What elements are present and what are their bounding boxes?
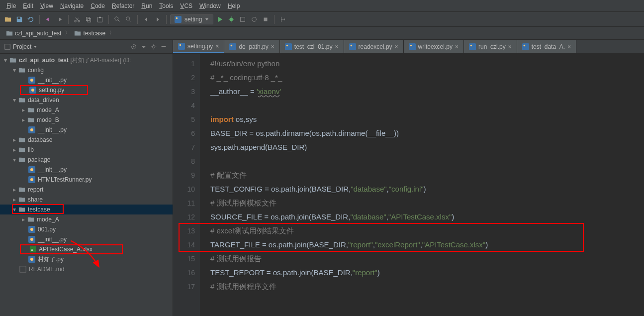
tree-file-init[interactable]: __init__.py (0, 75, 173, 85)
tab-setting-py[interactable]: setting.py× (173, 40, 224, 53)
menu-view[interactable]: View (37, 1, 57, 10)
line-number[interactable]: 11 (176, 196, 195, 210)
line-number[interactable]: 15 (176, 252, 195, 266)
project-tree[interactable]: ▾czl_api_auto_test [村知了API-master] (D: ▾… (0, 54, 173, 276)
line-number[interactable]: 1 (176, 57, 195, 71)
tree-file-cunzhile[interactable]: 村知了.py (0, 254, 173, 264)
tree-file-runner[interactable]: HTMLTestRunner.py (0, 175, 173, 185)
profile-icon[interactable] (249, 14, 259, 24)
tree-folder-config[interactable]: ▾config (0, 65, 173, 75)
tree-root[interactable]: ▾czl_api_auto_test [村知了API-master] (D: (0, 55, 173, 65)
tree-file-init[interactable]: __init__.py (0, 125, 173, 135)
collapse-icon[interactable] (139, 42, 149, 52)
menu-window[interactable]: Window (196, 1, 224, 10)
tree-file-readme[interactable]: README.md (0, 264, 173, 274)
menu-refactor[interactable]: Refactor (108, 1, 138, 10)
tree-file-xlsx[interactable]: xAPITestCase_A.xlsx (20, 244, 123, 254)
vcs-icon[interactable] (278, 14, 288, 24)
tree-file-init[interactable]: __init__.py (0, 165, 173, 175)
tab-readexcel-py[interactable]: readexcel.py× (344, 40, 404, 53)
svg-point-11 (230, 17, 233, 21)
menu-tools[interactable]: Tools (156, 1, 177, 10)
coverage-icon[interactable] (238, 14, 248, 24)
tab-do_path-py[interactable]: do_path.py× (224, 40, 279, 53)
tree-folder-mode-b[interactable]: ▸mode_B (0, 115, 173, 125)
menubar: FileEditViewNavigateCodeRefactorRunTools… (0, 0, 644, 12)
close-icon[interactable]: × (335, 43, 339, 50)
line-number[interactable]: 4 (176, 99, 195, 112)
run-icon[interactable] (215, 14, 225, 24)
autoscroll-icon[interactable] (129, 42, 139, 52)
find-icon[interactable] (112, 14, 122, 24)
undo-icon[interactable] (43, 14, 53, 24)
tree-file-001[interactable]: 001.py (0, 224, 173, 234)
tree-folder-testcase[interactable]: ▾testcase (0, 205, 173, 214)
menu-vcs[interactable]: VCS (177, 1, 196, 10)
close-icon[interactable]: × (215, 43, 219, 50)
tab-test_czl_01-py[interactable]: test_czl_01.py× (280, 40, 344, 53)
tree-folder-tc-mode-a[interactable]: ▸mode_A (0, 214, 173, 224)
line-number[interactable]: 17 (176, 280, 195, 294)
close-icon[interactable]: × (271, 43, 275, 50)
close-icon[interactable]: × (455, 43, 459, 50)
menu-edit[interactable]: Edit (19, 1, 37, 10)
copy-icon[interactable] (84, 14, 93, 24)
back-icon[interactable] (141, 14, 151, 24)
stop-icon[interactable] (261, 14, 271, 24)
line-number[interactable]: 8 (176, 154, 195, 168)
line-number[interactable]: 10 (176, 182, 195, 196)
line-number[interactable]: 12 (176, 210, 195, 224)
menu-code[interactable]: Code (87, 1, 108, 10)
tree-file-init[interactable]: __init__.py (0, 234, 173, 244)
tab-run_czl-py[interactable]: run_czl.py× (464, 40, 517, 53)
menu-run[interactable]: Run (138, 1, 156, 10)
tree-file-setting[interactable]: setting.py (20, 85, 88, 95)
line-number[interactable]: 7 (176, 140, 195, 154)
line-number[interactable]: 13 (176, 224, 195, 238)
sidebar-title[interactable]: Project (4, 43, 129, 50)
line-number[interactable]: 9 (176, 168, 195, 182)
paste-icon[interactable] (95, 14, 105, 24)
close-icon[interactable]: × (395, 43, 398, 50)
tree-folder-data-driven[interactable]: ▾data_driven (0, 95, 173, 105)
breadcrumb-root[interactable]: czl_api_auto_test (3, 29, 64, 38)
menu-help[interactable]: Help (224, 1, 244, 10)
replace-icon[interactable] (124, 14, 134, 24)
line-number[interactable]: 6 (176, 126, 195, 140)
line-number[interactable]: 16 (176, 266, 195, 280)
close-icon[interactable]: × (508, 43, 512, 50)
menu-file[interactable]: File (3, 1, 19, 10)
forward-icon[interactable] (153, 14, 163, 24)
tab-writeexcel-py[interactable]: writeexcel.py× (404, 40, 464, 53)
open-icon[interactable] (3, 14, 13, 24)
menu-navigate[interactable]: Navigate (57, 1, 87, 10)
line-number[interactable]: 14 (176, 238, 195, 252)
svg-rect-29 (349, 43, 356, 50)
breadcrumb-item[interactable]: testcase (71, 29, 108, 38)
cut-icon[interactable] (72, 14, 82, 24)
tree-folder-mode-a[interactable]: ▸mode_A (0, 105, 173, 115)
tree-folder-share[interactable]: ▸share (0, 195, 173, 205)
gutter[interactable]: 1234567891011121314151617 (173, 54, 200, 316)
run-config-dropdown[interactable]: setting (170, 14, 213, 24)
folder-icon (18, 156, 26, 164)
tree-folder-lib[interactable]: ▸lib (0, 145, 173, 155)
redo-icon[interactable] (55, 14, 65, 24)
folder-icon (74, 30, 81, 37)
tree-folder-database[interactable]: ▸database (0, 135, 173, 145)
line-number[interactable]: 5 (176, 112, 195, 126)
breadcrumb: czl_api_auto_test 〉 testcase 〉 (0, 27, 644, 40)
hide-icon[interactable] (159, 42, 169, 52)
close-icon[interactable]: × (567, 43, 571, 50)
line-number[interactable]: 2 (176, 71, 195, 85)
svg-rect-25 (229, 43, 236, 50)
refresh-icon[interactable] (26, 14, 36, 24)
settings-icon[interactable] (149, 42, 159, 52)
debug-icon[interactable] (226, 14, 236, 24)
code-content[interactable]: #!/usr/bin/env python # _*_ coding:utf-8… (200, 54, 644, 316)
line-number[interactable]: 3 (176, 85, 195, 99)
tab-test_data_A-[interactable]: test_data_A.× (517, 40, 576, 53)
tree-folder-report[interactable]: ▸report (0, 185, 173, 195)
save-icon[interactable] (14, 14, 24, 24)
tree-folder-package[interactable]: ▾package (0, 155, 173, 165)
